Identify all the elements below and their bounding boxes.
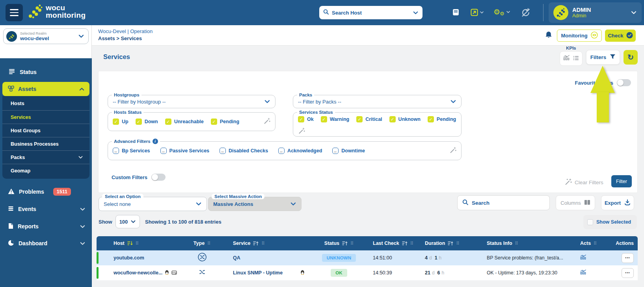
- column-header-type[interactable]: Type ⠿: [181, 236, 223, 250]
- advanced-filters-group: Advanced Filters i Bp Services Passive S…: [108, 141, 462, 160]
- drag-handle-icon[interactable]: ⠿: [410, 241, 413, 246]
- checkbox-ok[interactable]: Ok: [298, 116, 314, 122]
- info-icon[interactable]: i: [153, 139, 158, 144]
- show-selected-checkbox[interactable]: [587, 219, 593, 225]
- kpi-chart-icon[interactable]: [563, 55, 570, 62]
- drag-handle-icon[interactable]: ⠿: [207, 241, 210, 246]
- sort-icon[interactable]: [402, 241, 408, 246]
- table-row[interactable]: youtube.com QA UNKNOWN 14:51:00 4d1h BP …: [97, 250, 638, 265]
- custom-filters-toggle[interactable]: [151, 174, 166, 181]
- invert-selection-wand-icon[interactable]: [264, 118, 270, 126]
- sidebar-item-reports[interactable]: Reports: [0, 220, 92, 233]
- column-header-last-check[interactable]: Last Check ⠿: [367, 236, 418, 250]
- checkbox-disabled-checks[interactable]: Disabled Checks: [220, 148, 268, 154]
- monitoring-button-label: Monitoring: [561, 33, 587, 39]
- table-row[interactable]: wocuflow-newcolle... Linux SNMP - Uptime: [97, 265, 638, 280]
- sidebar-item-services[interactable]: Services: [2, 110, 89, 124]
- checkbox-acknowledged[interactable]: Acknowledged: [278, 148, 322, 154]
- checkbox-warning[interactable]: Warning: [321, 116, 350, 122]
- settings-gears-icon[interactable]: ⚙⚙: [493, 8, 510, 16]
- drag-handle-icon[interactable]: ⠿: [136, 241, 139, 246]
- sidebar-item-status[interactable]: Status: [0, 65, 92, 79]
- perf-graph-icon[interactable]: [580, 254, 586, 261]
- drag-handle-icon[interactable]: ⠿: [456, 241, 459, 246]
- breadcrumb-realm-link[interactable]: Wocu-Devel | Operation: [98, 28, 153, 34]
- select-option-dropdown[interactable]: Select an Option Select none: [99, 197, 207, 211]
- invert-selection-wand-icon[interactable]: [450, 147, 456, 155]
- sidebar-item-geomap[interactable]: Geomap: [2, 164, 89, 177]
- hamburger-menu-button[interactable]: [6, 4, 23, 21]
- checkbox-critical[interactable]: Critical: [356, 116, 382, 122]
- checkbox-pending-services[interactable]: Pending: [428, 116, 456, 122]
- checkbox-unknown[interactable]: Unknown: [389, 116, 421, 122]
- sidebar-item-host-groups[interactable]: Host Groups: [2, 124, 89, 137]
- auto-refresh-disabled-icon[interactable]: [521, 8, 530, 17]
- service-link[interactable]: QA: [233, 255, 240, 261]
- search-host-input[interactable]: [332, 10, 409, 16]
- checkbox-up[interactable]: Up: [113, 119, 128, 125]
- wocu-logo[interactable]: wocu monitoring: [28, 4, 86, 19]
- checkbox-bp-services[interactable]: Bp Services: [113, 148, 150, 154]
- page-size-select[interactable]: 100: [115, 215, 140, 228]
- realm-selector[interactable]: Selected Realm wocu-devel: [3, 28, 89, 44]
- service-link[interactable]: Linux SNMP - Uptime: [233, 270, 283, 276]
- export-button[interactable]: Export: [601, 195, 634, 210]
- host-link[interactable]: wocuflow-newcolle...: [114, 270, 162, 276]
- kpi-list-icon[interactable]: [573, 55, 579, 62]
- checkbox-down[interactable]: Down: [136, 119, 158, 125]
- export-button-label: Export: [605, 200, 621, 206]
- notifications-bell-icon[interactable]: [545, 31, 553, 39]
- monitoring-mode-button[interactable]: Monitoring: [557, 30, 602, 42]
- sidebar-item-events[interactable]: Events: [0, 202, 92, 216]
- refresh-button[interactable]: ↻: [624, 50, 638, 65]
- apply-filter-button[interactable]: Filter: [611, 175, 632, 187]
- drag-handle-icon[interactable]: ⠿: [261, 241, 264, 246]
- sort-icon[interactable]: [253, 241, 259, 246]
- sort-icon[interactable]: [448, 241, 453, 246]
- perf-graph-icon[interactable]: [580, 269, 586, 276]
- invert-selection-wand-icon[interactable]: [299, 128, 305, 135]
- host-link[interactable]: youtube.com: [114, 255, 144, 261]
- external-link-icon[interactable]: [471, 9, 484, 16]
- clear-filters-button[interactable]: Clear Filters: [565, 178, 603, 186]
- check-mode-button[interactable]: Check: [605, 30, 636, 42]
- checkbox-passive-services[interactable]: Passive Services: [160, 148, 209, 154]
- sidebar-item-hosts[interactable]: Hosts: [2, 97, 89, 110]
- realm-value: wocu-devel: [20, 35, 49, 41]
- column-header-duration[interactable]: Duration ⠿: [418, 236, 481, 250]
- sidebar-item-label: Geomap: [11, 168, 30, 174]
- columns-button[interactable]: Columns: [556, 195, 595, 210]
- table-search-input[interactable]: [472, 200, 545, 206]
- packs-select[interactable]: Packs -- Filter by Packs --: [293, 95, 462, 108]
- search-host-combobox[interactable]: [319, 6, 423, 19]
- documentation-icon[interactable]: [452, 9, 459, 16]
- row-actions-button[interactable]: •••: [622, 253, 634, 263]
- sidebar-item-dashboard[interactable]: Dashboard: [0, 237, 92, 250]
- checkbox-pending-hosts[interactable]: Pending: [211, 119, 239, 125]
- checkbox-downtime[interactable]: Downtime: [332, 148, 365, 154]
- checkbox-unreachable[interactable]: Unreachable: [165, 119, 204, 125]
- sidebar-item-assets[interactable]: Assets: [2, 82, 89, 96]
- column-header-status[interactable]: Status ⠿: [311, 236, 367, 250]
- column-header-acts[interactable]: Acts ⠿: [573, 236, 609, 250]
- column-header-host[interactable]: Host ⠿: [97, 236, 181, 250]
- favourite-filters-toggle[interactable]: [617, 79, 631, 86]
- drag-handle-icon[interactable]: ⠿: [350, 241, 354, 246]
- annotation-arrow-up: [590, 66, 615, 93]
- sidebar-item-problems[interactable]: Problems 1511: [0, 185, 92, 198]
- breadcrumb-current-path[interactable]: Assets > Services: [98, 35, 153, 41]
- row-actions-button[interactable]: •••: [622, 268, 634, 278]
- massive-actions-dropdown[interactable]: Select Massive Action Massive Actions: [208, 197, 302, 211]
- drag-handle-icon[interactable]: ⠿: [594, 241, 597, 246]
- user-menu[interactable]: ADMIN Admin: [549, 2, 642, 23]
- hostgroups-select[interactable]: Hostgroups -- Filter by Hostgroup --: [108, 95, 275, 108]
- sidebar-item-packs[interactable]: Packs: [2, 150, 89, 164]
- column-header-status-info[interactable]: Status Info ⠿: [481, 236, 573, 250]
- column-header-service[interactable]: Service ⠿: [223, 236, 311, 250]
- drag-handle-icon[interactable]: ⠿: [515, 241, 518, 246]
- sort-icon[interactable]: [342, 241, 348, 246]
- filters-button[interactable]: Filters: [586, 50, 620, 65]
- chevron-down-icon: [80, 224, 86, 230]
- sidebar-item-business-processes[interactable]: Business Processes: [2, 137, 89, 150]
- sort-descending-icon[interactable]: [127, 241, 133, 246]
